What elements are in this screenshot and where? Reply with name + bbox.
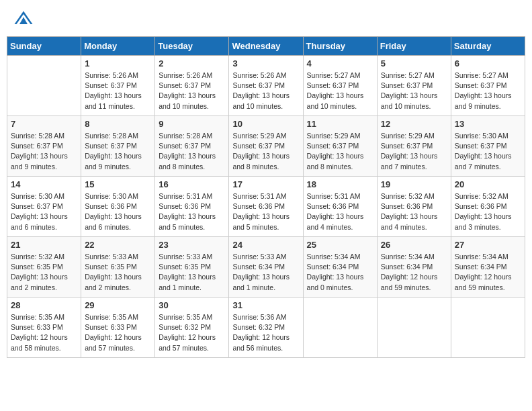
day-number: 16 xyxy=(159,179,225,189)
calendar-cell: 7Sunrise: 5:28 AMSunset: 6:37 PMDaylight… xyxy=(7,116,81,177)
day-number: 26 xyxy=(381,240,447,250)
day-info: Sunrise: 5:31 AMSunset: 6:36 PMDaylight:… xyxy=(232,191,299,232)
day-number: 25 xyxy=(307,240,373,250)
day-number: 20 xyxy=(455,179,521,189)
weekday-header-sunday: Sunday xyxy=(7,37,81,56)
logo xyxy=(13,10,36,26)
day-number: 31 xyxy=(232,300,299,310)
day-number: 23 xyxy=(159,240,225,250)
calendar-week-1: 1Sunrise: 5:26 AMSunset: 6:37 PMDaylight… xyxy=(7,56,525,116)
calendar-week-3: 14Sunrise: 5:30 AMSunset: 6:37 PMDayligh… xyxy=(7,177,525,237)
calendar-cell: 9Sunrise: 5:28 AMSunset: 6:37 PMDaylight… xyxy=(155,116,229,177)
day-number: 7 xyxy=(11,119,77,129)
day-number: 2 xyxy=(159,58,225,68)
calendar-cell: 25Sunrise: 5:34 AMSunset: 6:34 PMDayligh… xyxy=(303,237,377,298)
day-number: 18 xyxy=(307,179,373,189)
day-number: 21 xyxy=(11,240,77,250)
day-info: Sunrise: 5:35 AMSunset: 6:32 PMDaylight:… xyxy=(159,312,225,353)
day-info: Sunrise: 5:31 AMSunset: 6:36 PMDaylight:… xyxy=(307,191,373,232)
day-info: Sunrise: 5:26 AMSunset: 6:37 PMDaylight:… xyxy=(85,71,151,111)
day-info: Sunrise: 5:28 AMSunset: 6:37 PMDaylight:… xyxy=(11,131,77,172)
day-number: 27 xyxy=(455,240,521,250)
calendar-table: SundayMondayTuesdayWednesdayThursdayFrid… xyxy=(7,36,525,358)
page-header xyxy=(7,7,525,30)
calendar-week-2: 7Sunrise: 5:28 AMSunset: 6:37 PMDaylight… xyxy=(7,116,525,177)
day-info: Sunrise: 5:34 AMSunset: 6:34 PMDaylight:… xyxy=(381,252,447,293)
calendar-cell: 22Sunrise: 5:33 AMSunset: 6:35 PMDayligh… xyxy=(81,237,155,298)
day-info: Sunrise: 5:35 AMSunset: 6:33 PMDaylight:… xyxy=(85,312,151,353)
day-number: 19 xyxy=(381,179,447,189)
day-number: 17 xyxy=(232,179,299,189)
calendar-cell: 16Sunrise: 5:31 AMSunset: 6:36 PMDayligh… xyxy=(155,177,229,237)
calendar-cell: 1Sunrise: 5:26 AMSunset: 6:37 PMDaylight… xyxy=(81,56,155,116)
day-info: Sunrise: 5:28 AMSunset: 6:37 PMDaylight:… xyxy=(159,131,225,172)
calendar-cell: 27Sunrise: 5:34 AMSunset: 6:34 PMDayligh… xyxy=(451,237,525,298)
day-number: 12 xyxy=(381,119,447,129)
day-number: 28 xyxy=(11,300,77,310)
day-info: Sunrise: 5:26 AMSunset: 6:37 PMDaylight:… xyxy=(232,71,299,111)
day-info: Sunrise: 5:32 AMSunset: 6:36 PMDaylight:… xyxy=(381,191,447,232)
weekday-header-saturday: Saturday xyxy=(451,37,525,56)
day-info: Sunrise: 5:26 AMSunset: 6:37 PMDaylight:… xyxy=(159,71,225,111)
day-info: Sunrise: 5:30 AMSunset: 6:37 PMDaylight:… xyxy=(455,131,521,172)
calendar-cell xyxy=(7,56,81,116)
day-number: 29 xyxy=(85,300,151,310)
calendar-cell xyxy=(451,298,525,358)
calendar-cell: 31Sunrise: 5:36 AMSunset: 6:32 PMDayligh… xyxy=(229,298,303,358)
calendar-cell: 8Sunrise: 5:28 AMSunset: 6:37 PMDaylight… xyxy=(81,116,155,177)
calendar-cell: 29Sunrise: 5:35 AMSunset: 6:33 PMDayligh… xyxy=(81,298,155,358)
day-info: Sunrise: 5:30 AMSunset: 6:37 PMDaylight:… xyxy=(11,191,77,232)
calendar-cell: 23Sunrise: 5:33 AMSunset: 6:35 PMDayligh… xyxy=(155,237,229,298)
day-number: 9 xyxy=(159,119,225,129)
calendar-cell: 5Sunrise: 5:27 AMSunset: 6:37 PMDaylight… xyxy=(377,56,451,116)
day-info: Sunrise: 5:29 AMSunset: 6:37 PMDaylight:… xyxy=(381,131,447,172)
calendar-week-5: 28Sunrise: 5:35 AMSunset: 6:33 PMDayligh… xyxy=(7,298,525,358)
calendar-cell: 15Sunrise: 5:30 AMSunset: 6:36 PMDayligh… xyxy=(81,177,155,237)
calendar-cell: 11Sunrise: 5:29 AMSunset: 6:37 PMDayligh… xyxy=(303,116,377,177)
day-info: Sunrise: 5:32 AMSunset: 6:36 PMDaylight:… xyxy=(455,191,521,232)
calendar-cell: 14Sunrise: 5:30 AMSunset: 6:37 PMDayligh… xyxy=(7,177,81,237)
day-info: Sunrise: 5:36 AMSunset: 6:32 PMDaylight:… xyxy=(232,312,299,353)
calendar-cell xyxy=(303,298,377,358)
day-number: 24 xyxy=(232,240,299,250)
calendar-cell: 17Sunrise: 5:31 AMSunset: 6:36 PMDayligh… xyxy=(229,177,303,237)
weekday-header-monday: Monday xyxy=(81,37,155,56)
calendar-cell: 10Sunrise: 5:29 AMSunset: 6:37 PMDayligh… xyxy=(229,116,303,177)
logo-icon xyxy=(13,10,34,26)
calendar-cell: 19Sunrise: 5:32 AMSunset: 6:36 PMDayligh… xyxy=(377,177,451,237)
calendar-cell: 24Sunrise: 5:33 AMSunset: 6:34 PMDayligh… xyxy=(229,237,303,298)
calendar-cell: 20Sunrise: 5:32 AMSunset: 6:36 PMDayligh… xyxy=(451,177,525,237)
day-number: 10 xyxy=(232,119,299,129)
day-info: Sunrise: 5:34 AMSunset: 6:34 PMDaylight:… xyxy=(455,252,521,293)
calendar-cell: 3Sunrise: 5:26 AMSunset: 6:37 PMDaylight… xyxy=(229,56,303,116)
day-info: Sunrise: 5:33 AMSunset: 6:35 PMDaylight:… xyxy=(159,252,225,293)
calendar-cell: 12Sunrise: 5:29 AMSunset: 6:37 PMDayligh… xyxy=(377,116,451,177)
day-number: 11 xyxy=(307,119,373,129)
day-info: Sunrise: 5:33 AMSunset: 6:34 PMDaylight:… xyxy=(232,252,299,293)
day-number: 5 xyxy=(381,58,447,68)
calendar-cell: 28Sunrise: 5:35 AMSunset: 6:33 PMDayligh… xyxy=(7,298,81,358)
weekday-header-friday: Friday xyxy=(377,37,451,56)
day-info: Sunrise: 5:30 AMSunset: 6:36 PMDaylight:… xyxy=(85,191,151,232)
day-number: 30 xyxy=(159,300,225,310)
day-number: 6 xyxy=(455,58,521,68)
day-number: 22 xyxy=(85,240,151,250)
calendar-cell: 21Sunrise: 5:32 AMSunset: 6:35 PMDayligh… xyxy=(7,237,81,298)
day-number: 3 xyxy=(232,58,299,68)
calendar-cell: 2Sunrise: 5:26 AMSunset: 6:37 PMDaylight… xyxy=(155,56,229,116)
day-info: Sunrise: 5:28 AMSunset: 6:37 PMDaylight:… xyxy=(85,131,151,172)
day-info: Sunrise: 5:34 AMSunset: 6:34 PMDaylight:… xyxy=(307,252,373,293)
day-info: Sunrise: 5:31 AMSunset: 6:36 PMDaylight:… xyxy=(159,191,225,232)
day-number: 4 xyxy=(307,58,373,68)
weekday-header-wednesday: Wednesday xyxy=(229,37,303,56)
calendar-cell xyxy=(377,298,451,358)
calendar-cell: 4Sunrise: 5:27 AMSunset: 6:37 PMDaylight… xyxy=(303,56,377,116)
day-info: Sunrise: 5:33 AMSunset: 6:35 PMDaylight:… xyxy=(85,252,151,293)
day-number: 14 xyxy=(11,179,77,189)
day-info: Sunrise: 5:27 AMSunset: 6:37 PMDaylight:… xyxy=(307,71,373,111)
calendar-cell: 13Sunrise: 5:30 AMSunset: 6:37 PMDayligh… xyxy=(451,116,525,177)
calendar-cell: 30Sunrise: 5:35 AMSunset: 6:32 PMDayligh… xyxy=(155,298,229,358)
weekday-header-tuesday: Tuesday xyxy=(155,37,229,56)
weekday-header-thursday: Thursday xyxy=(303,37,377,56)
day-info: Sunrise: 5:27 AMSunset: 6:37 PMDaylight:… xyxy=(381,71,447,111)
